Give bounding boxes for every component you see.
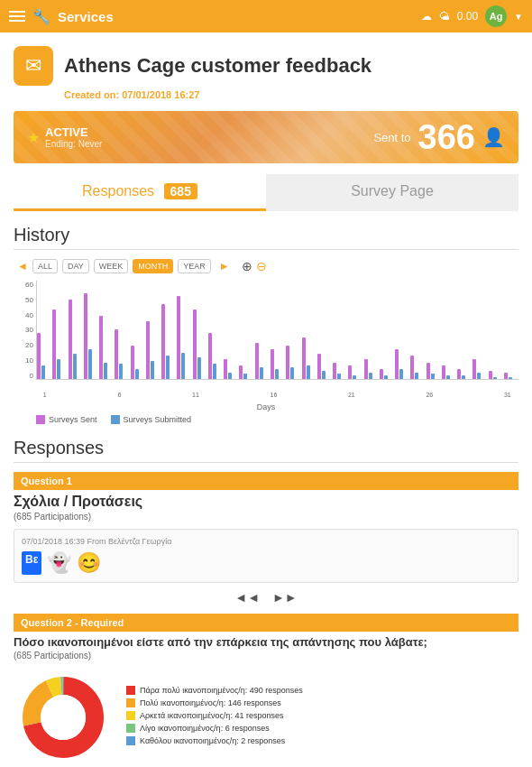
bar-group [84, 293, 98, 379]
legend-text: Πολύ ικανοποιημένος/η: 146 responses [140, 698, 281, 707]
ctrl-week[interactable]: WEEK [94, 259, 129, 273]
next-button[interactable]: ►► [272, 590, 298, 605]
active-text: ACTIVE [45, 125, 102, 139]
bar-group [348, 365, 362, 379]
bar-submitted [446, 375, 450, 379]
bar-group [177, 296, 191, 379]
plus-icon[interactable]: ⊕ [242, 259, 252, 273]
chart-legend: Surveys Sent Surveys Submitted [36, 415, 518, 424]
tab-responses[interactable]: Responses 685 [14, 174, 266, 211]
bar-group [457, 369, 472, 379]
pagination-nav: ◄◄ ►► [14, 590, 518, 605]
person-icon: 👤 [482, 126, 505, 148]
minus-icon[interactable]: ⊖ [256, 259, 267, 273]
bar-group [131, 346, 145, 379]
bar-group [317, 354, 332, 379]
envelope-icon: ✉ [14, 46, 53, 86]
bar-submitted [384, 375, 388, 379]
top-navigation: 🔧 Services ☁ 🌤 0.00 Ag ▼ [0, 0, 532, 32]
bar-group [37, 333, 51, 379]
bar-group [333, 363, 347, 379]
responses-title: Responses [14, 438, 518, 463]
services-icon: 🔧 [32, 8, 50, 25]
q2-title: Πόσο ικανοποιημένοι είστε από την επάρκε… [14, 635, 518, 649]
legend-color-square [126, 686, 135, 695]
ctrl-day[interactable]: DAY [62, 259, 89, 273]
hamburger-menu[interactable] [9, 11, 25, 22]
bar-sent [395, 349, 399, 379]
nav-left: 🔧 Services [9, 8, 114, 25]
legend-color-square [126, 736, 135, 745]
chart-bars [36, 281, 518, 380]
next-nav[interactable]: ► [219, 260, 230, 273]
responses-section: Responses Question 1 Σχόλια / Προτάσεις … [14, 438, 518, 767]
star-icon: ★ [27, 129, 40, 146]
bar-sent [115, 329, 118, 379]
bar-sent [317, 354, 321, 379]
bar-submitted [260, 367, 263, 379]
main-content: ✉ Athens Cage customer feedback Created … [0, 32, 532, 767]
nav-title: Services [58, 9, 114, 24]
q2-participations: (685 Participations) [14, 651, 518, 661]
bar-submitted [243, 374, 247, 379]
bar-submitted [151, 361, 154, 379]
bar-group [472, 359, 487, 379]
bar-sent [52, 310, 56, 379]
bar-group [504, 373, 518, 379]
tab-survey-page[interactable]: Survey Page [266, 174, 518, 211]
legend-row: Πάρα πολύ ικανοποιημένος/η: 490 response… [126, 686, 303, 695]
chart-icons: ⊕ ⊖ [242, 259, 267, 273]
balance: 0.00 [457, 10, 478, 23]
x-axis: 161116212631 [36, 392, 518, 398]
prev-button[interactable]: ◄◄ [234, 590, 260, 605]
bar-submitted [337, 374, 341, 379]
x-label: 11 [192, 392, 199, 398]
legend-row: Αρκετά ικανοποιημένος/η: 41 responses [126, 711, 303, 720]
x-label: 21 [348, 392, 355, 398]
bar-submitted [119, 364, 123, 379]
bar-submitted [88, 349, 92, 379]
bar-group [99, 316, 114, 379]
responses-label: Responses [82, 183, 154, 199]
bar-submitted [415, 373, 418, 379]
bar-sent [99, 316, 103, 379]
q1-header: Question 1 [14, 472, 518, 490]
bar-group [442, 365, 456, 379]
ctrl-all[interactable]: ALL [32, 259, 58, 273]
q2-chart-area: Πάρα πολύ ικανοποιημένος/η: 490 response… [14, 668, 518, 767]
bar-sent [84, 293, 87, 379]
legend-submitted-label: Surveys Submitted [124, 415, 192, 424]
tabs-row: Responses 685 Survey Page [14, 174, 518, 211]
created-label: Created on: 07/01/2018 16:27 [64, 89, 518, 100]
bar-sent [427, 363, 430, 379]
x-label: 16 [270, 392, 277, 398]
ctrl-year[interactable]: YEAR [178, 259, 211, 273]
donut-hole [41, 695, 86, 740]
bar-submitted [353, 375, 356, 379]
legend-submitted-dot [111, 415, 120, 424]
bar-sent [161, 304, 165, 379]
history-title: History [14, 225, 518, 250]
bar-submitted [275, 369, 279, 379]
bar-sent [504, 373, 508, 379]
bar-chart: 60 50 40 30 20 10 0 161116212631 [14, 281, 518, 398]
behance-icon: Bε [22, 551, 41, 575]
bar-submitted [166, 356, 170, 379]
legend-color-square [126, 698, 135, 707]
weather-icon: 🌤 [439, 10, 450, 23]
ending-text: Ending: Never [45, 139, 102, 149]
bar-group [239, 365, 253, 379]
bar-submitted [493, 377, 497, 379]
bar-group [255, 343, 270, 379]
legend-text: Λίγο ικανοποιημένος/η: 6 responses [140, 724, 270, 733]
bar-group [193, 310, 207, 379]
prev-nav[interactable]: ◄ [17, 260, 28, 273]
chevron-down-icon[interactable]: ▼ [514, 12, 523, 22]
bar-sent [442, 365, 445, 379]
bar-group [115, 329, 129, 379]
response-meta: 07/01/2018 16:39 From Βελέντζα Γεωργία [22, 537, 510, 546]
avatar[interactable]: Ag [485, 5, 507, 27]
bar-group [161, 304, 176, 379]
bar-sent [271, 349, 274, 379]
ctrl-month[interactable]: MONTH [133, 259, 173, 273]
